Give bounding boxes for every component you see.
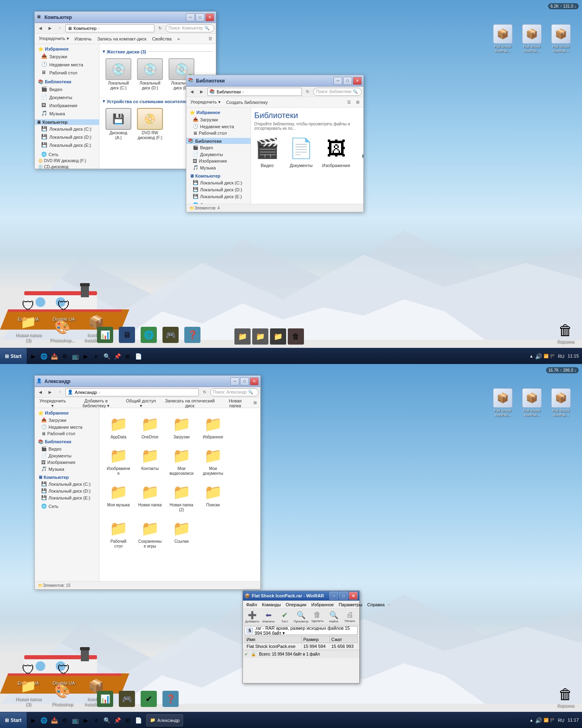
monitor-icon-top[interactable]: 🖥 xyxy=(117,325,137,345)
tray-network-top[interactable]: 📶 xyxy=(544,354,548,358)
user-refresh-btn[interactable]: ↻ xyxy=(200,388,209,396)
folder-appdata[interactable]: 📁 AppData xyxy=(104,413,133,441)
user-maximize-btn[interactable]: □ xyxy=(240,377,249,385)
lib-sidebar-desktop[interactable]: 🖥 Рабочий стол xyxy=(186,130,251,136)
winrar-file-row-1[interactable]: Flat Shock IconPack.exe 15 994 594 15 65… xyxy=(245,643,358,650)
sidebar-images[interactable]: 🖼Изображения xyxy=(35,102,99,110)
help2-icon-bottom[interactable]: ❓ xyxy=(160,689,181,709)
quick-ie-top[interactable]: 🌐 xyxy=(39,351,48,361)
winrar-tool-test[interactable]: ✔Тест xyxy=(277,609,292,624)
quick-e-top[interactable]: e xyxy=(91,351,101,361)
quick-ie-bottom[interactable]: 🌐 xyxy=(39,715,48,725)
quick-pin-bottom[interactable]: 📌 xyxy=(112,715,122,725)
winrar-col-size[interactable]: Размер xyxy=(302,636,329,643)
computer-maximize-btn[interactable]: □ xyxy=(196,13,205,21)
libraries-refresh-btn[interactable]: ↻ xyxy=(304,88,312,96)
sidebar-local-c[interactable]: 💾Локальный диск (C:) xyxy=(35,125,99,133)
folder-new[interactable]: 📁 Новая папка xyxy=(136,481,164,514)
computer-extract-btn[interactable]: Извлечь xyxy=(72,34,94,43)
dvd-f-item[interactable]: 📀 DVD RW дисковод (F:) xyxy=(136,106,164,142)
libraries-address-box[interactable]: 📚 Библиотеки › xyxy=(207,88,302,96)
iconpack-item-b1[interactable]: 📦 Flat Shock IconPac... xyxy=(490,388,516,417)
floppy-a-item[interactable]: 💾 Дисковод (A:) xyxy=(104,106,133,142)
lib-sidebar-d[interactable]: 💾 Локальный диск (D:) xyxy=(186,186,251,193)
quick-tv-top[interactable]: 📺 xyxy=(70,351,80,361)
iconpack-item-b3[interactable]: 📦 Flat Shock IconPac... xyxy=(548,388,574,417)
folder-images[interactable]: 📁 Изображения xyxy=(104,444,133,478)
new-folder-icon-bottom[interactable]: 📁 Новая папка (3) xyxy=(12,675,44,709)
quick-media-bottom[interactable]: ▶ xyxy=(28,715,38,725)
user-sidebar-recent[interactable]: 🕐 Недавние места xyxy=(35,423,99,430)
disk-c-item[interactable]: 💿 Локальный диск (C:) xyxy=(104,57,133,92)
libraries-search-box[interactable]: Поиск: Библиотеки 🔍 xyxy=(313,88,362,96)
user-minimize-btn[interactable]: ─ xyxy=(230,377,239,385)
folder-contacts[interactable]: 📁 Контакты xyxy=(136,444,164,478)
folder-videos[interactable]: 📁 Мои видеозаписи xyxy=(167,444,196,478)
winrar-tool-delete[interactable]: 🗑Удалить xyxy=(310,609,325,624)
computer-address-box[interactable]: 🖥 Компьютер › xyxy=(65,24,154,32)
libraries-close-btn[interactable]: ✕ xyxy=(353,77,362,85)
lib-video-item[interactable]: 🎬 Видео xyxy=(254,135,280,168)
start-button-top[interactable]: ⊞ Start xyxy=(0,348,27,364)
sidebar-local-e[interactable]: 💾Локальный диск (E:) xyxy=(35,141,99,149)
user-sidebar-desktop[interactable]: 🖥 Рабочий стол xyxy=(35,430,99,437)
quick-pin-top[interactable]: 📌 xyxy=(112,351,122,361)
lib-sidebar-images[interactable]: 🖼 Изображения xyxy=(186,158,251,164)
sidebar-dvd-f[interactable]: 📀 DVD RW дисковод (F:) xyxy=(35,158,99,164)
lib-music-item[interactable]: 🎵 Музыка xyxy=(358,135,363,168)
sidebar-cd[interactable]: 💿 CD-дисковод xyxy=(35,164,99,169)
sidebar-desktop[interactable]: 🖥Рабочий стол xyxy=(35,69,99,77)
user-sidebar-network[interactable]: 🌐 Сеть xyxy=(35,503,99,510)
libraries-view-btn[interactable]: ☰ xyxy=(345,98,353,106)
folder-icon-1-top[interactable]: 📁 xyxy=(234,328,251,345)
winrar-maximize-btn[interactable]: □ xyxy=(339,592,348,600)
user-addlib-btn[interactable]: Добавить в библиотеку ▾ xyxy=(70,398,122,407)
user-titlebar[interactable]: 👤 Александр ─ □ ✕ xyxy=(35,376,260,387)
winrar-menu-params[interactable]: Параметры xyxy=(337,602,364,607)
libraries-view2-btn[interactable]: ⊞ xyxy=(354,98,362,106)
computer-more-btn[interactable]: » xyxy=(175,34,182,43)
tray-volume-bottom[interactable]: 🔊 xyxy=(535,717,542,724)
user-forward-btn[interactable]: ▶ xyxy=(46,388,54,396)
lib-sidebar-e[interactable]: 💾 Локальный диск (E:) xyxy=(186,193,251,200)
quick-down-bottom[interactable]: 📥 xyxy=(49,715,59,725)
libraries-create-btn[interactable]: Создать библиотеку xyxy=(224,98,270,107)
winrar-tool-find[interactable]: 🔍Найти xyxy=(326,609,341,624)
photoshop-icon-top[interactable]: 🎨 Photoshop... xyxy=(46,316,78,345)
iconpack-item-2[interactable]: 📦 Flat Shock IconPac... xyxy=(519,24,545,53)
libraries-forward-btn[interactable]: ▶ xyxy=(198,88,206,96)
folder-onedrive[interactable]: 📁 OneDrive xyxy=(136,413,164,441)
lib-docs-item[interactable]: 📄 Документы xyxy=(288,135,314,168)
folder-searches[interactable]: 📁 Поиски xyxy=(199,481,227,514)
trash-desktop-bottom[interactable]: 🗑 Корзина xyxy=(557,686,574,708)
tray-arrow-bottom[interactable]: ▲ xyxy=(529,718,534,722)
gamepad-icon-top[interactable]: 🎮 xyxy=(160,325,181,345)
computer-organize-btn[interactable]: Упорядочить ▾ xyxy=(36,34,72,43)
sidebar-video[interactable]: 🎬Видео xyxy=(35,85,99,93)
winrar-tool-add[interactable]: ➕Добавить xyxy=(245,609,260,624)
tray-arrow-top[interactable]: ▲ xyxy=(529,354,534,358)
winrar-menu-commands[interactable]: Команды xyxy=(260,602,283,607)
user-view-btn[interactable]: ⊞ xyxy=(251,399,259,407)
user-sidebar-video[interactable]: 🎬 Видео xyxy=(35,445,99,452)
libraries-organize-btn[interactable]: Упорядочить ▾ xyxy=(188,98,223,107)
user-sidebar-d[interactable]: 💾 Локальный диск (D:) xyxy=(35,487,99,494)
winrar-titlebar[interactable]: 📦 Flat Shock IconPack.rar - WinRAR ─ □ ✕ xyxy=(243,591,359,601)
trash-desktop-top[interactable]: 🗑 Корзина xyxy=(557,322,574,344)
lib-sidebar-music[interactable]: 🎵 Музыка xyxy=(186,164,251,171)
computer-titlebar[interactable]: 🖥 Компьютер ─ □ ✕ xyxy=(35,12,216,23)
lib-sidebar-recent[interactable]: 🕐 Недавние места xyxy=(186,123,251,130)
quick-gear-bottom[interactable]: ⚙ xyxy=(60,715,70,725)
quick-search-bottom[interactable]: 🔍 xyxy=(102,715,112,725)
iconpack-item-3[interactable]: 📦 Flat Shock IconPac... xyxy=(548,24,574,53)
sidebar-local-d[interactable]: 💾Локальный диск (D:) xyxy=(35,133,99,141)
folder-icon-2-top[interactable]: 📁 xyxy=(252,328,268,345)
start-button-bottom[interactable]: ⊞ Start xyxy=(0,712,27,728)
libraries-minimize-btn[interactable]: ─ xyxy=(333,77,342,85)
sidebar-recent[interactable]: 🕐Недавние места xyxy=(35,61,99,69)
task-explorer-bottom[interactable]: 📁 Александр xyxy=(146,714,183,726)
folder-downloads[interactable]: 📁 Загрузки xyxy=(167,413,196,441)
winrar-menu-file[interactable]: Файл xyxy=(245,602,259,607)
quick-down-top[interactable]: 📥 xyxy=(49,351,59,361)
libraries-titlebar[interactable]: 📚 Библиотеки ─ □ ✕ xyxy=(186,75,363,87)
